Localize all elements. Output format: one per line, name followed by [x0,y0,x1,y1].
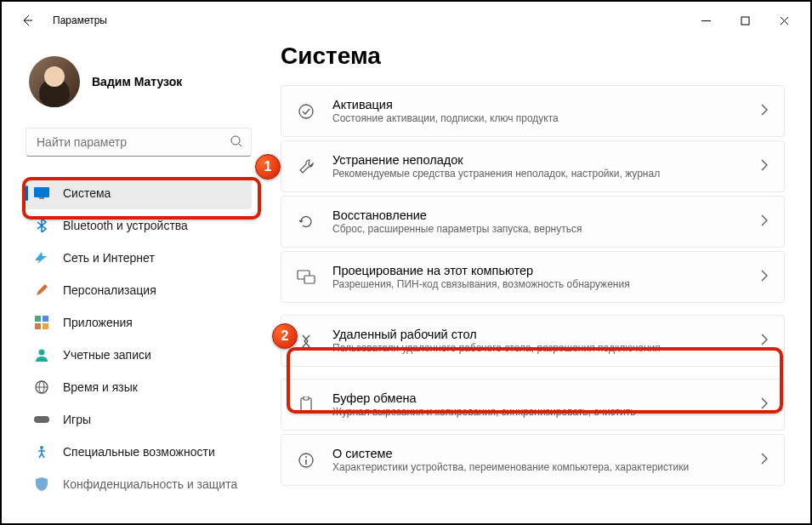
chevron-right-icon [760,453,769,468]
titlebar: Параметры [2,2,810,39]
display-icon [34,185,49,201]
row-subtitle: Сброс, расширенные параметры запуска, ве… [332,223,760,235]
row-subtitle: Рекомендуемые средства устранения непола… [332,168,760,180]
row-subtitle: Характеристики устройства, переименовани… [332,461,760,473]
sidebar-item-system[interactable]: Система [26,177,252,209]
svg-rect-15 [304,276,315,283]
bluetooth-icon [34,218,49,233]
back-button[interactable] [14,7,41,34]
row-subtitle: Журнал вырезания и копирования, синхрони… [332,406,760,418]
svg-point-19 [305,456,307,458]
chevron-right-icon [760,397,769,413]
row-title: Удаленный рабочий стол [332,328,760,341]
row-title: Устранение неполадок [332,153,760,167]
sidebar-item-apps[interactable]: Приложения [26,306,252,339]
row-activation[interactable]: Активация Состояние активации, подписки,… [281,85,785,137]
apps-icon [34,315,49,330]
sidebar: Вадим Матузок Система Bluetooth и устрой… [2,39,265,523]
row-projecting[interactable]: Проецирование на этот компьютер Разрешен… [281,251,785,303]
chevron-right-icon [760,104,769,119]
network-icon [34,250,49,265]
maximize-button[interactable] [725,7,764,34]
recovery-icon [297,213,315,231]
sidebar-item-privacy[interactable]: Конфиденциальность и защита [26,468,252,500]
search-wrap [26,128,252,157]
row-subtitle: Состояние активации, подписки, ключ прод… [332,112,760,124]
row-title: Восстановление [332,208,760,222]
svg-rect-0 [741,17,749,25]
person-icon [34,347,49,362]
svg-point-8 [39,350,45,356]
annotation-badge-1: 1 [255,154,281,180]
close-icon [780,16,789,26]
sidebar-label: Учетные записи [63,348,151,362]
maximize-icon [741,16,750,26]
sidebar-label: Персонализация [63,283,156,297]
sidebar-label: Система [63,186,111,200]
wrench-icon [297,157,315,176]
sidebar-label: Игры [63,413,91,426]
sidebar-label: Bluetooth и устройства [63,219,188,232]
sidebar-item-accounts[interactable]: Учетные записи [26,339,252,371]
sidebar-label: Конфиденциальность и защита [63,477,237,491]
row-title: Проецирование на этот компьютер [332,264,760,277]
clipboard-icon [297,396,315,414]
sidebar-item-accessibility[interactable]: Специальные возможности [26,436,252,468]
svg-rect-11 [34,416,49,423]
chevron-right-icon [760,214,769,230]
search-input[interactable] [26,128,252,157]
row-title: Буфер обмена [332,391,760,405]
chevron-right-icon [760,159,769,174]
sidebar-item-bluetooth[interactable]: Bluetooth и устройства [26,209,252,242]
svg-rect-7 [43,323,48,329]
row-recovery[interactable]: Восстановление Сброс, расширенные параме… [281,196,785,248]
sidebar-label: Время и язык [63,380,138,394]
row-remote-desktop[interactable]: Удаленный рабочий стол Пользователи удал… [281,315,785,367]
sidebar-item-gaming[interactable]: Игры [26,403,252,436]
avatar [29,56,80,107]
row-about[interactable]: О системе Характеристики устройства, пер… [281,434,785,486]
sidebar-label: Специальные возможности [63,445,215,459]
main-content: Система Активация Состояние активации, п… [265,39,810,523]
close-button[interactable] [764,7,803,34]
svg-point-13 [299,105,313,118]
sidebar-item-time-language[interactable]: Время и язык [26,371,252,403]
sidebar-item-network[interactable]: Сеть и Интернет [26,242,252,274]
svg-rect-6 [35,323,41,329]
sidebar-label: Приложения [63,316,133,329]
svg-rect-2 [34,187,49,197]
remote-icon [297,332,315,351]
svg-rect-5 [43,316,48,322]
svg-point-12 [40,446,43,449]
minimize-button[interactable] [686,7,725,34]
row-subtitle: Пользователи удаленного рабочего стола, … [332,342,760,354]
row-troubleshoot[interactable]: Устранение неполадок Рекомендуемые средс… [281,140,785,192]
chevron-right-icon [760,334,769,349]
annotation-badge-2: 2 [272,323,298,349]
brush-icon [34,282,49,298]
minimize-icon [701,16,711,26]
row-subtitle: Разрешения, ПИН-код связывания, возможно… [332,278,760,290]
svg-rect-4 [35,316,41,322]
globe-icon [34,379,49,395]
arrow-left-icon [20,14,34,27]
window-controls [686,7,803,34]
profile[interactable]: Вадим Матузок [29,56,252,107]
page-title: Система [281,43,785,70]
info-icon [297,451,315,470]
row-title: О системе [332,447,760,460]
accessibility-icon [34,444,49,459]
chevron-right-icon [760,270,769,285]
shield-icon [34,476,49,492]
sidebar-label: Сеть и Интернет [63,251,155,265]
sidebar-item-personalization[interactable]: Персонализация [26,274,252,306]
gamepad-icon [34,412,49,427]
username: Вадим Матузок [92,75,182,88]
window-title: Параметры [53,14,107,26]
row-clipboard[interactable]: Буфер обмена Журнал вырезания и копирова… [281,379,785,431]
check-circle-icon [297,102,315,121]
nav-list: Система Bluetooth и устройства Сеть и Ин… [26,177,252,500]
svg-rect-17 [304,397,309,400]
row-title: Активация [332,98,760,111]
svg-rect-3 [39,197,44,199]
